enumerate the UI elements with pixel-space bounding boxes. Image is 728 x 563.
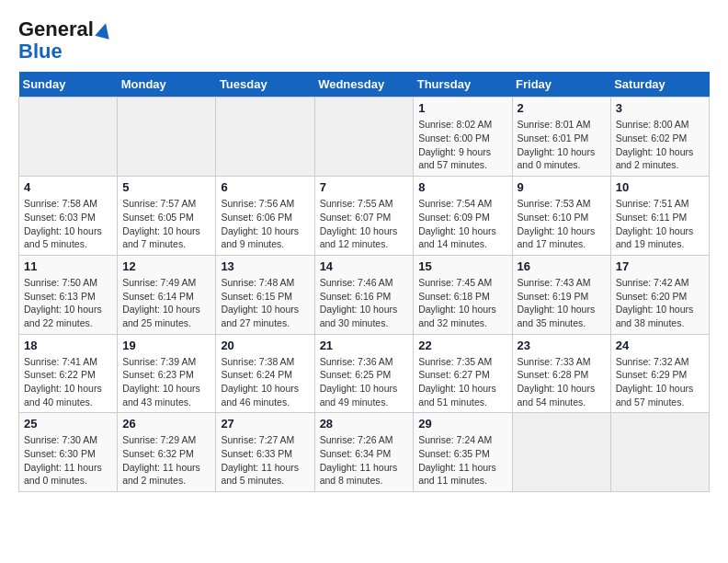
- logo-line2: Blue: [18, 40, 111, 63]
- calendar-day-cell: 4Sunrise: 7:58 AM Sunset: 6:03 PM Daylig…: [19, 177, 118, 256]
- calendar-day-cell: 9Sunrise: 7:53 AM Sunset: 6:10 PM Daylig…: [512, 177, 610, 256]
- calendar-day-cell: 17Sunrise: 7:42 AM Sunset: 6:20 PM Dayli…: [610, 255, 709, 334]
- day-number: 16: [518, 259, 606, 273]
- day-info: Sunrise: 7:51 AM Sunset: 6:11 PM Dayligh…: [616, 197, 704, 251]
- calendar-day-cell: [512, 413, 610, 492]
- day-info: Sunrise: 7:41 AM Sunset: 6:22 PM Dayligh…: [24, 355, 112, 409]
- calendar-week-row: 25Sunrise: 7:30 AM Sunset: 6:30 PM Dayli…: [19, 413, 710, 492]
- weekday-header-row: SundayMondayTuesdayWednesdayThursdayFrid…: [19, 72, 710, 98]
- day-info: Sunrise: 7:30 AM Sunset: 6:30 PM Dayligh…: [24, 433, 112, 488]
- day-number: 28: [320, 417, 409, 431]
- calendar-week-row: 18Sunrise: 7:41 AM Sunset: 6:22 PM Dayli…: [19, 334, 710, 413]
- day-number: 12: [122, 259, 210, 273]
- calendar-day-cell: 5Sunrise: 7:57 AM Sunset: 6:05 PM Daylig…: [118, 177, 216, 256]
- calendar-week-row: 11Sunrise: 7:50 AM Sunset: 6:13 PM Dayli…: [19, 255, 710, 334]
- day-number: 17: [616, 259, 704, 273]
- weekday-header-cell: Monday: [118, 72, 216, 98]
- calendar-day-cell: 10Sunrise: 7:51 AM Sunset: 6:11 PM Dayli…: [610, 177, 709, 256]
- day-number: 24: [616, 339, 704, 352]
- calendar-day-cell: 26Sunrise: 7:29 AM Sunset: 6:32 PM Dayli…: [118, 413, 216, 492]
- day-info: Sunrise: 7:53 AM Sunset: 6:10 PM Dayligh…: [518, 197, 606, 251]
- day-info: Sunrise: 7:56 AM Sunset: 6:06 PM Dayligh…: [221, 197, 309, 251]
- day-info: Sunrise: 7:50 AM Sunset: 6:13 PM Dayligh…: [24, 276, 112, 330]
- day-number: 6: [221, 180, 309, 194]
- calendar-day-cell: 12Sunrise: 7:49 AM Sunset: 6:14 PM Dayli…: [118, 255, 216, 334]
- day-info: Sunrise: 7:46 AM Sunset: 6:16 PM Dayligh…: [320, 276, 409, 330]
- day-info: Sunrise: 8:00 AM Sunset: 6:02 PM Dayligh…: [616, 118, 704, 172]
- day-number: 8: [418, 180, 506, 194]
- day-info: Sunrise: 7:26 AM Sunset: 6:34 PM Dayligh…: [320, 433, 409, 488]
- weekday-header-cell: Saturday: [610, 72, 709, 98]
- calendar-day-cell: 21Sunrise: 7:36 AM Sunset: 6:25 PM Dayli…: [314, 334, 414, 413]
- weekday-header-cell: Friday: [512, 72, 610, 98]
- day-info: Sunrise: 7:45 AM Sunset: 6:18 PM Dayligh…: [418, 276, 506, 330]
- day-info: Sunrise: 7:49 AM Sunset: 6:14 PM Dayligh…: [122, 276, 210, 330]
- calendar-day-cell: 18Sunrise: 7:41 AM Sunset: 6:22 PM Dayli…: [19, 334, 118, 413]
- day-number: 5: [122, 180, 210, 194]
- day-number: 21: [320, 339, 409, 352]
- day-info: Sunrise: 7:29 AM Sunset: 6:32 PM Dayligh…: [122, 433, 210, 488]
- calendar-day-cell: [216, 98, 314, 177]
- calendar-day-cell: 6Sunrise: 7:56 AM Sunset: 6:06 PM Daylig…: [216, 177, 314, 256]
- calendar-day-cell: 29Sunrise: 7:24 AM Sunset: 6:35 PM Dayli…: [414, 413, 512, 492]
- calendar-day-cell: 25Sunrise: 7:30 AM Sunset: 6:30 PM Dayli…: [19, 413, 118, 492]
- day-number: 29: [418, 417, 506, 431]
- day-number: 3: [616, 101, 704, 115]
- day-number: 2: [518, 101, 606, 115]
- day-info: Sunrise: 8:01 AM Sunset: 6:01 PM Dayligh…: [518, 118, 606, 172]
- day-info: Sunrise: 7:55 AM Sunset: 6:07 PM Dayligh…: [320, 197, 409, 251]
- calendar-day-cell: [314, 98, 414, 177]
- calendar-day-cell: 13Sunrise: 7:48 AM Sunset: 6:15 PM Dayli…: [216, 255, 314, 334]
- day-number: 10: [616, 180, 704, 194]
- calendar-day-cell: 24Sunrise: 7:32 AM Sunset: 6:29 PM Dayli…: [610, 334, 709, 413]
- day-info: Sunrise: 7:43 AM Sunset: 6:19 PM Dayligh…: [518, 276, 606, 330]
- day-info: Sunrise: 7:54 AM Sunset: 6:09 PM Dayligh…: [418, 197, 506, 251]
- calendar-day-cell: 1Sunrise: 8:02 AM Sunset: 6:00 PM Daylig…: [414, 98, 512, 177]
- page-header: General Blue: [18, 18, 710, 63]
- calendar-day-cell: 22Sunrise: 7:35 AM Sunset: 6:27 PM Dayli…: [414, 334, 512, 413]
- calendar-day-cell: 27Sunrise: 7:27 AM Sunset: 6:33 PM Dayli…: [216, 413, 314, 492]
- day-number: 23: [518, 339, 606, 352]
- logo-line1: General: [18, 17, 94, 40]
- calendar-day-cell: 20Sunrise: 7:38 AM Sunset: 6:24 PM Dayli…: [216, 334, 314, 413]
- day-info: Sunrise: 7:35 AM Sunset: 6:27 PM Dayligh…: [418, 355, 506, 409]
- day-info: Sunrise: 7:27 AM Sunset: 6:33 PM Dayligh…: [221, 433, 309, 488]
- calendar-table: SundayMondayTuesdayWednesdayThursdayFrid…: [18, 72, 710, 492]
- day-number: 27: [221, 417, 309, 431]
- day-number: 11: [24, 259, 112, 273]
- calendar-day-cell: 15Sunrise: 7:45 AM Sunset: 6:18 PM Dayli…: [414, 255, 512, 334]
- day-info: Sunrise: 7:39 AM Sunset: 6:23 PM Dayligh…: [122, 355, 210, 409]
- day-number: 14: [320, 259, 409, 273]
- weekday-header-cell: Tuesday: [216, 72, 314, 98]
- day-number: 7: [320, 180, 409, 194]
- day-info: Sunrise: 7:48 AM Sunset: 6:15 PM Dayligh…: [221, 276, 309, 330]
- calendar-week-row: 4Sunrise: 7:58 AM Sunset: 6:03 PM Daylig…: [19, 177, 710, 256]
- calendar-day-cell: 11Sunrise: 7:50 AM Sunset: 6:13 PM Dayli…: [19, 255, 118, 334]
- day-number: 13: [221, 259, 309, 273]
- day-info: Sunrise: 7:38 AM Sunset: 6:24 PM Dayligh…: [221, 355, 309, 409]
- day-info: Sunrise: 8:02 AM Sunset: 6:00 PM Dayligh…: [418, 118, 506, 172]
- day-number: 22: [418, 339, 506, 352]
- calendar-week-row: 1Sunrise: 8:02 AM Sunset: 6:00 PM Daylig…: [19, 98, 710, 177]
- calendar-day-cell: [118, 98, 216, 177]
- weekday-header-cell: Thursday: [414, 72, 512, 98]
- day-info: Sunrise: 7:32 AM Sunset: 6:29 PM Dayligh…: [616, 355, 704, 409]
- day-number: 20: [221, 339, 309, 352]
- calendar-day-cell: 16Sunrise: 7:43 AM Sunset: 6:19 PM Dayli…: [512, 255, 610, 334]
- calendar-day-cell: 3Sunrise: 8:00 AM Sunset: 6:02 PM Daylig…: [610, 98, 709, 177]
- day-info: Sunrise: 7:36 AM Sunset: 6:25 PM Dayligh…: [320, 355, 409, 409]
- calendar-day-cell: [19, 98, 118, 177]
- day-number: 15: [418, 259, 506, 273]
- day-info: Sunrise: 7:33 AM Sunset: 6:28 PM Dayligh…: [518, 355, 606, 409]
- day-number: 26: [122, 417, 210, 431]
- calendar-day-cell: 8Sunrise: 7:54 AM Sunset: 6:09 PM Daylig…: [414, 177, 512, 256]
- calendar-body: 1Sunrise: 8:02 AM Sunset: 6:00 PM Daylig…: [19, 98, 710, 492]
- calendar-day-cell: 14Sunrise: 7:46 AM Sunset: 6:16 PM Dayli…: [314, 255, 414, 334]
- calendar-day-cell: 2Sunrise: 8:01 AM Sunset: 6:01 PM Daylig…: [512, 98, 610, 177]
- day-info: Sunrise: 7:42 AM Sunset: 6:20 PM Dayligh…: [616, 276, 704, 330]
- calendar-day-cell: 19Sunrise: 7:39 AM Sunset: 6:23 PM Dayli…: [118, 334, 216, 413]
- weekday-header-cell: Sunday: [19, 72, 118, 98]
- day-number: 9: [518, 180, 606, 194]
- calendar-day-cell: 28Sunrise: 7:26 AM Sunset: 6:34 PM Dayli…: [314, 413, 414, 492]
- day-number: 4: [24, 180, 112, 194]
